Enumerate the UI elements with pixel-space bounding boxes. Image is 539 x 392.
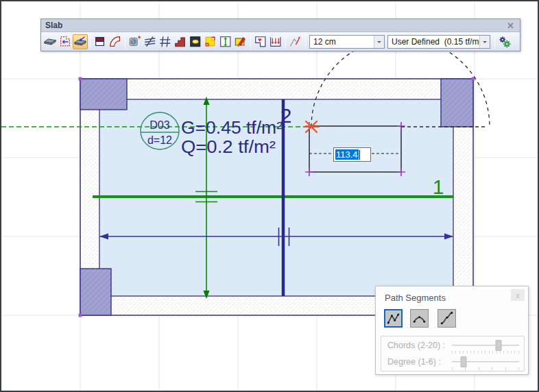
arc-segments-button[interactable]	[410, 309, 429, 328]
slider-ticks	[452, 367, 519, 370]
segment-options-group: Chords (2-20) : Degree (1-6) :	[381, 336, 525, 371]
path-segments-panel: Path Segments x Chords (2-20) :	[375, 286, 529, 375]
load-g-label: G=0.45 tf/m²	[181, 117, 283, 138]
slab-icon[interactable]	[43, 34, 58, 49]
slab-tag-thickness: d=12	[147, 134, 172, 146]
toolbar-close-icon[interactable]: ✕	[505, 21, 516, 30]
toolbar-buttons-row: @	[41, 32, 520, 51]
corner-region-icon[interactable]	[203, 34, 218, 49]
arc-edge-icon[interactable]	[108, 34, 123, 49]
path-angle-icon[interactable]	[288, 34, 303, 49]
toolbar-separator	[250, 35, 251, 49]
toolbar-separator	[285, 35, 286, 49]
modify-region-icon[interactable]	[233, 34, 248, 49]
toolbar-separator	[125, 35, 125, 49]
toolbar-separator	[494, 35, 495, 49]
toolbar-title: Slab	[45, 21, 505, 30]
degree-slider[interactable]	[451, 356, 520, 369]
mesh-lines-icon[interactable]	[158, 34, 173, 49]
axis-line-2-label: 2	[280, 104, 292, 127]
steps-icon[interactable]	[173, 34, 188, 49]
slab-tag-name: D03	[149, 119, 169, 131]
thickness-dropdown[interactable]: 12 cm	[309, 35, 385, 49]
drop-panel-icon[interactable]	[253, 34, 268, 49]
toolbar-separator	[305, 35, 306, 49]
degree-label: Degree (1-6) :	[387, 357, 441, 367]
thickness-dropdown-value: 12 cm	[310, 37, 374, 47]
panel-title: Path Segments	[385, 293, 446, 303]
reference-pick-icon[interactable]: @	[128, 34, 143, 49]
arc-icon	[411, 310, 427, 326]
skew-lines-icon[interactable]	[143, 34, 158, 49]
dimension-input[interactable]: 113.4	[333, 147, 371, 162]
svg-text:@: @	[130, 38, 136, 45]
toolbar-titlebar[interactable]: Slab ✕	[41, 19, 520, 32]
spotlight-icon[interactable]	[188, 34, 203, 49]
spline-icon	[439, 310, 455, 326]
text-caret	[359, 150, 360, 160]
load-dropdown-value: User Defined (0.15 tf/m²)	[388, 37, 479, 47]
chords-slider-thumb[interactable]	[496, 340, 502, 351]
hole-icon[interactable]	[93, 34, 108, 49]
import-boundary-icon[interactable]	[58, 34, 73, 49]
slider-track	[452, 345, 519, 346]
chevron-down-icon[interactable]	[479, 36, 490, 48]
load-q-label: Q=0.2 tf/m²	[181, 136, 276, 157]
panel-close-icon[interactable]: x	[511, 289, 525, 301]
toolbar-separator	[90, 35, 91, 49]
axis-line-1-label: 1	[433, 175, 444, 198]
slab-toolbar: Slab ✕	[40, 19, 520, 51]
chords-label: Chords (2-20) :	[387, 341, 445, 350]
chords-slider[interactable]	[451, 339, 520, 353]
settings-gears-icon[interactable]	[497, 34, 512, 49]
polyline-segments-button[interactable]	[384, 309, 403, 328]
chevron-down-icon[interactable]	[374, 36, 384, 48]
load-dropdown[interactable]: User Defined (0.15 tf/m²)	[387, 35, 490, 49]
chords-row: Chords (2-20) :	[381, 339, 524, 353]
vertical-range-icon[interactable]	[218, 34, 233, 49]
app-window: D03 d=12 G=0.45 tf/m² Q=0.2 tf/m² 1 2	[0, 0, 539, 392]
dimension-input-value: 113.4	[335, 149, 359, 160]
draw-slab-icon[interactable]	[73, 34, 88, 49]
spline-segments-button[interactable]	[438, 309, 456, 328]
degree-row: Degree (1-6) :	[381, 356, 524, 369]
surface-load-icon[interactable]	[268, 34, 283, 49]
slider-ticks	[452, 351, 519, 354]
polyline-icon	[385, 310, 401, 326]
degree-slider-thumb[interactable]	[461, 356, 467, 367]
